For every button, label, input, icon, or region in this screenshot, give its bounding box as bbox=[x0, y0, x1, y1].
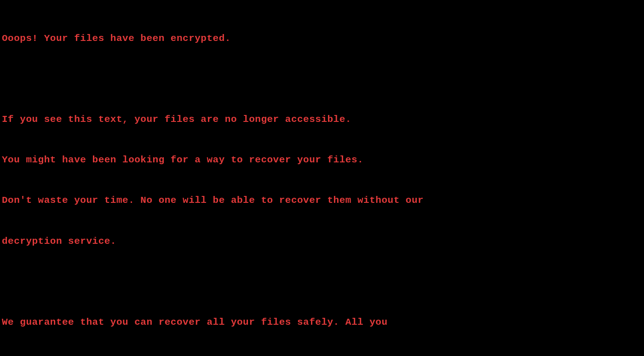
title-line: Ooops! Your files have been encrypted. bbox=[2, 32, 642, 45]
blank-line bbox=[2, 275, 642, 288]
body-line: If you see this text, your files are no … bbox=[2, 113, 642, 126]
blank-line bbox=[2, 72, 642, 86]
body-line: You might have been looking for a way to… bbox=[2, 153, 642, 167]
body-line: decryption service. bbox=[2, 235, 642, 248]
body-line: Don't waste your time. No one will be ab… bbox=[2, 194, 642, 207]
body-line: We guarantee that you can recover all yo… bbox=[2, 316, 642, 329]
ransom-screen: Ooops! Your files have been encrypted. I… bbox=[2, 5, 642, 356]
